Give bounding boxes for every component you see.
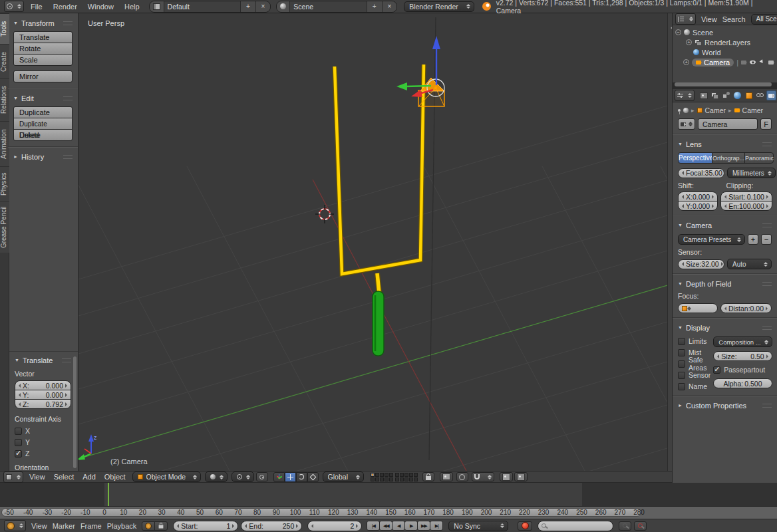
- translate-button[interactable]: Translate: [13, 31, 73, 43]
- layer-cell[interactable]: [385, 473, 388, 477]
- end-frame-field[interactable]: End:250: [241, 521, 302, 531]
- viewport-menu-object[interactable]: Object: [104, 473, 126, 481]
- outliner-editor-selector[interactable]: [675, 13, 696, 25]
- panoramic-button[interactable]: Panoramic: [744, 152, 774, 164]
- stepper-right-icon[interactable]: [766, 195, 768, 199]
- layer-cell[interactable]: [380, 477, 384, 481]
- checkbox-box[interactable]: ✓: [713, 366, 720, 374]
- stepper-left-icon[interactable]: [19, 384, 21, 388]
- stepper-left-icon[interactable]: [19, 402, 21, 406]
- manipulator-rotate-button[interactable]: [296, 472, 307, 482]
- limits-checkbox[interactable]: Limits: [678, 336, 710, 346]
- manipulator-translate-button[interactable]: [285, 472, 296, 482]
- layer-cell[interactable]: [385, 477, 388, 481]
- layer-cell[interactable]: [409, 473, 413, 477]
- layer-cell[interactable]: [375, 477, 379, 481]
- manipulator-axes-button[interactable]: [273, 472, 285, 482]
- clip-start-field[interactable]: Start:0.100: [720, 192, 772, 201]
- duplicate-linked-button[interactable]: Duplicate Linked: [13, 118, 73, 130]
- lens-unit-dropdown[interactable]: Millimeters: [727, 168, 776, 178]
- stepper-left-icon[interactable]: [682, 262, 684, 266]
- menu-help[interactable]: Help: [124, 3, 140, 11]
- passepartout-checkbox[interactable]: ✓Passepartout: [713, 365, 772, 374]
- render-engine-dropdown[interactable]: Blender Render: [404, 1, 474, 12]
- outliner-item-renderlayers[interactable]: + RenderLayers: [675, 37, 774, 47]
- stepper-left-icon[interactable]: [724, 195, 726, 199]
- camera-restrict-icon[interactable]: [741, 61, 746, 65]
- layers-block-1[interactable]: [371, 473, 393, 481]
- tab-grease-pencil[interactable]: Grease Pencil: [0, 201, 9, 253]
- safe-areas-checkbox[interactable]: Safe Areas: [678, 359, 710, 368]
- outliner-item-camera[interactable]: + Camera |: [675, 57, 774, 67]
- layer-cell[interactable]: [404, 473, 408, 477]
- checkbox-box[interactable]: ✓: [15, 450, 22, 458]
- constraint-y-checkbox[interactable]: Y: [15, 438, 71, 447]
- screen-layout-icon[interactable]: [150, 1, 164, 12]
- close-layout-button[interactable]: ×: [255, 1, 271, 12]
- stepper-right-icon[interactable]: [712, 195, 714, 199]
- menu-render[interactable]: Render: [53, 3, 77, 11]
- viewport-editor-selector[interactable]: [3, 471, 23, 483]
- breadcrumb-object[interactable]: Camer: [705, 106, 726, 114]
- play-button[interactable]: ▶: [404, 521, 418, 531]
- stepper-right-icon[interactable]: [356, 524, 358, 528]
- tab-tools[interactable]: Tools: [0, 13, 9, 44]
- viewport-menu-select[interactable]: Select: [54, 473, 75, 481]
- tab-animation[interactable]: Animation: [0, 121, 9, 166]
- layer-cell[interactable]: [400, 473, 404, 477]
- transform-panel-header[interactable]: ▼ Transform: [13, 17, 73, 29]
- stepper-right-icon[interactable]: [766, 354, 768, 358]
- timeline-editor-selector[interactable]: [4, 520, 26, 531]
- orthographic-button[interactable]: Orthograp...: [712, 152, 745, 164]
- stepper-left-icon[interactable]: [682, 171, 684, 175]
- 3d-viewport[interactable]: z User Persp (2) Camera: [78, 13, 667, 471]
- layer-cell[interactable]: [395, 477, 399, 481]
- checkbox-box[interactable]: [678, 349, 685, 356]
- stepper-left-icon[interactable]: [19, 393, 21, 397]
- checkbox-box[interactable]: [678, 383, 685, 390]
- stepper-right-icon[interactable]: [766, 307, 768, 311]
- checkbox-box[interactable]: [15, 428, 22, 435]
- remove-preset-button[interactable]: −: [761, 234, 772, 245]
- constraints-tab-icon[interactable]: [755, 90, 765, 100]
- sensor-fit-dropdown[interactable]: Auto: [727, 259, 772, 269]
- camera-presets-dropdown[interactable]: Camera Presets: [678, 234, 745, 245]
- layers-block-2[interactable]: [395, 473, 418, 481]
- scene-selector-icon[interactable]: [277, 1, 289, 12]
- custom-properties-header[interactable]: ► Custom Properties: [678, 400, 772, 411]
- mode-dropdown[interactable]: Object Mode: [132, 471, 201, 482]
- stepper-left-icon[interactable]: [311, 524, 313, 528]
- manipulator-scale-button[interactable]: [307, 472, 319, 482]
- constraint-z-checkbox[interactable]: ✓Z: [15, 449, 71, 458]
- stepper-right-icon[interactable]: [689, 307, 691, 311]
- checkbox-box[interactable]: [678, 372, 685, 379]
- close-scene-button[interactable]: ×: [382, 1, 397, 12]
- pin-icon[interactable]: [678, 109, 681, 112]
- perspective-button[interactable]: Perspective: [678, 152, 712, 164]
- expand-icon[interactable]: +: [683, 59, 689, 65]
- properties-editor-selector[interactable]: [675, 90, 695, 101]
- layer-cell[interactable]: [389, 477, 393, 481]
- snap-button[interactable]: [472, 472, 494, 481]
- expand-icon[interactable]: +: [686, 39, 692, 45]
- viewport-scroll-strip[interactable]: [667, 13, 672, 471]
- timeline-menu-marker[interactable]: Marker: [53, 522, 75, 530]
- layer-cell[interactable]: [414, 473, 418, 477]
- focal-length-field[interactable]: Focal:35.00: [678, 168, 724, 178]
- lock-range-button[interactable]: [154, 521, 168, 531]
- stepper-left-icon[interactable]: [682, 195, 684, 199]
- outliner-item-scene[interactable]: − Scene: [675, 27, 774, 37]
- insert-keyframe-button[interactable]: [619, 521, 631, 531]
- checkbox-box[interactable]: [678, 360, 685, 368]
- timeline-ruler[interactable]: -50-40-30-20-100102030405060708090100110…: [0, 507, 777, 519]
- render-layers-tab-icon[interactable]: [710, 90, 720, 100]
- focus-object-field[interactable]: [678, 303, 718, 313]
- checkbox-box[interactable]: [678, 338, 685, 345]
- previous-keyframe-button[interactable]: ◀◀: [379, 521, 392, 531]
- vector-y-field[interactable]: Y:0.000: [15, 390, 71, 400]
- outliner-menu-view[interactable]: View: [701, 15, 717, 23]
- 3d-cursor[interactable]: [315, 205, 334, 223]
- layer-cell[interactable]: [389, 473, 393, 477]
- breadcrumb-data[interactable]: Camer: [742, 106, 764, 114]
- checkbox-box[interactable]: [15, 439, 22, 446]
